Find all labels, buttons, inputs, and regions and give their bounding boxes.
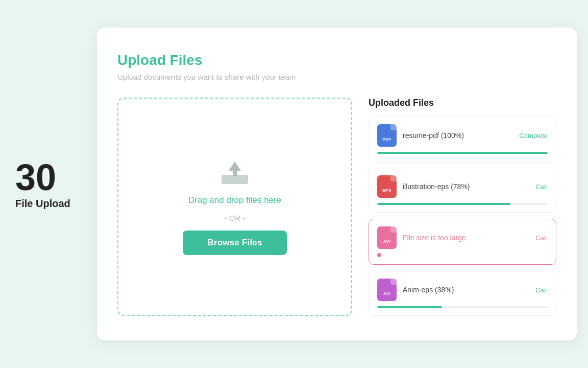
svg-rect-0: [222, 175, 248, 184]
file-type-icon: PDF: [377, 124, 397, 147]
file-item-top: AVIAnim-eps (38%)Can: [377, 279, 548, 301]
card-title: Upload Files: [117, 52, 556, 68]
progress-bar-bg: [377, 203, 548, 205]
progress-bar-fill: [377, 306, 442, 308]
file-item: EPSillustration-eps (78%)Can: [369, 168, 556, 213]
file-type-icon: EPS: [377, 175, 397, 198]
error-indicator: [377, 253, 381, 257]
browse-files-button[interactable]: Browse Files: [183, 231, 286, 255]
drop-zone[interactable]: Drag and drop files here - OR - Browse F…: [117, 98, 352, 316]
file-type-icon: AVI: [377, 279, 397, 301]
file-action-button[interactable]: Can: [535, 234, 548, 242]
file-action-button[interactable]: Can: [535, 183, 548, 191]
file-name: File size is too large: [403, 234, 529, 242]
file-item: AVIAnim-eps (38%)Can: [369, 271, 556, 316]
upload-card: Upload Files Upload documents you want t…: [97, 28, 577, 340]
file-type-icon: AVI: [377, 226, 397, 249]
progress-bar-fill: [377, 203, 510, 205]
slide-number: 30: [15, 159, 70, 196]
progress-bar-bg: [377, 152, 548, 154]
file-item-top: AVIFile size is too largeCan: [377, 226, 548, 249]
file-item: PDFresume-pdf (100%)Complete: [369, 117, 556, 162]
file-item: AVIFile size is too largeCan: [369, 219, 556, 265]
or-text: - OR -: [225, 214, 246, 222]
file-name: illustration-eps (78%): [403, 182, 529, 191]
file-info: resume-pdf (100%): [403, 131, 513, 140]
card-body: Drag and drop files here - OR - Browse F…: [117, 98, 556, 316]
uploaded-title: Uploaded Files: [369, 98, 556, 108]
file-item-top: EPSillustration-eps (78%)Can: [377, 175, 548, 198]
upload-icon: [218, 158, 251, 187]
progress-bar-fill: [377, 152, 548, 154]
drag-text: Drag and drop files here: [188, 195, 281, 205]
file-info: illustration-eps (78%): [403, 182, 529, 191]
file-info: Anim-eps (38%): [403, 286, 529, 294]
page-wrapper: 30 File Upload Upload Files Upload docum…: [0, 0, 588, 368]
left-label: 30 File Upload: [15, 159, 70, 210]
file-name: resume-pdf (100%): [403, 131, 513, 140]
progress-bar-bg: [377, 306, 548, 308]
file-info: File size is too large: [403, 234, 529, 242]
svg-marker-1: [229, 162, 241, 176]
card-subtitle: Upload documents you want to share with …: [117, 73, 556, 81]
file-item-top: PDFresume-pdf (100%)Complete: [377, 124, 548, 147]
file-list: PDFresume-pdf (100%)CompleteEPSillustrat…: [369, 117, 556, 316]
uploaded-panel: Uploaded Files PDFresume-pdf (100%)Compl…: [369, 98, 556, 316]
slide-label: File Upload: [15, 198, 70, 210]
file-name: Anim-eps (38%): [403, 286, 529, 294]
file-action-button[interactable]: Complete: [519, 132, 548, 140]
file-action-button[interactable]: Can: [535, 286, 548, 294]
